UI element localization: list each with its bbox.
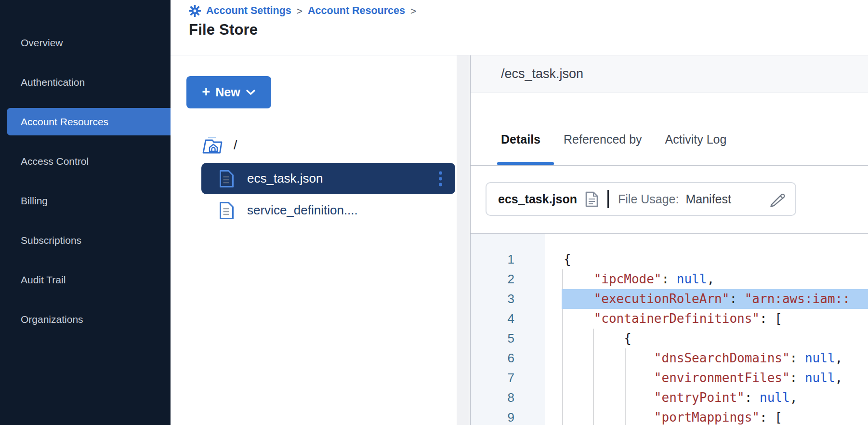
sidebar-item-subscriptions[interactable]: Subscriptions: [0, 226, 171, 254]
code-line-6: "dnsSearchDomains": null,: [545, 348, 868, 368]
tab-details[interactable]: Details: [501, 133, 540, 146]
line-number: 5: [471, 329, 545, 348]
file-usage-label: File Usage:: [618, 192, 679, 206]
line-number: 4: [471, 309, 545, 329]
file-row-ecs-task-json[interactable]: ecs_task.json: [201, 163, 455, 194]
file-row-service-definition[interactable]: service_definition....: [201, 195, 455, 226]
code-line-8: "entryPoint": null,: [545, 388, 868, 408]
sidebar-item-audit-trail[interactable]: Audit Trail: [0, 266, 171, 293]
root-folder-row[interactable]: /: [201, 134, 237, 156]
breadcrumb: Account Settings > Account Resources >: [189, 5, 416, 17]
code-line-2: "ipcMode": null,: [545, 269, 868, 289]
sidebar-item-billing[interactable]: Billing: [0, 187, 171, 214]
file-path-header: /ecs_task.json: [471, 55, 868, 93]
breadcrumb-separator: >: [410, 5, 416, 17]
code-line-4: "containerDefinitions": [: [545, 309, 868, 329]
home-folder-icon: [201, 134, 225, 156]
file-name: ecs_task.json: [247, 171, 323, 186]
code-line-9: "portMappings": [: [545, 408, 868, 425]
line-number: 2: [471, 269, 545, 289]
tabs: DetailsReferenced byActivity Log: [501, 133, 726, 146]
tab-activity-log[interactable]: Activity Log: [665, 133, 727, 146]
sidebar-nav: OverviewAuthenticationAccount ResourcesA…: [0, 0, 171, 333]
file-store-panel: + New / ecs_task.jsonservice_definition.…: [171, 55, 457, 425]
kebab-menu-icon[interactable]: [439, 171, 442, 186]
file-icon: [219, 201, 234, 220]
document-icon: [585, 191, 598, 207]
file-list: ecs_task.jsonservice_definition....: [201, 163, 455, 226]
new-button-label: New: [215, 85, 240, 99]
divider: [607, 190, 609, 208]
code-line-5: {: [545, 329, 868, 348]
file-info-name: ecs_task.json: [498, 192, 577, 206]
code-line-3: "executionRoleArn": "arn:aws:iam::: [545, 289, 868, 309]
tab-referenced-by[interactable]: Referenced by: [564, 133, 642, 146]
line-number: 1: [471, 250, 545, 269]
root-folder-label: /: [234, 138, 237, 153]
sidebar-item-access-control[interactable]: Access Control: [0, 147, 171, 175]
file-info-box: ecs_task.json File Usage: Manifest: [486, 182, 796, 216]
line-number: 6: [471, 348, 545, 368]
page-header: Account Settings > Account Resources > F…: [171, 0, 868, 55]
file-usage-value: Manifest: [685, 192, 731, 206]
sidebar-item-organizations[interactable]: Organizations: [0, 305, 171, 333]
page-title: File Store: [189, 21, 258, 39]
code-pane[interactable]: { "ipcMode": null, "executionRoleArn": "…: [545, 234, 868, 425]
sidebar-item-overview[interactable]: Overview: [0, 29, 171, 56]
chevron-down-icon: [246, 89, 256, 95]
tabs-divider: [471, 165, 868, 166]
scrollbar-track[interactable]: [457, 55, 469, 425]
app-window: OverviewAuthenticationAccount ResourcesA…: [0, 0, 868, 425]
file-name: service_definition....: [247, 203, 358, 218]
code-viewer[interactable]: 123456789 { "ipcMode": null, "executionR…: [471, 233, 868, 425]
breadcrumb-link-account-resources[interactable]: Account Resources: [308, 5, 405, 17]
gear-icon: [189, 5, 201, 17]
file-path: /ecs_task.json: [501, 66, 583, 81]
plus-icon: +: [202, 84, 210, 100]
line-number: 3: [471, 289, 545, 309]
sidebar-item-account-resources[interactable]: Account Resources: [7, 108, 171, 135]
line-number-gutter: 123456789: [471, 234, 545, 425]
code-line-1: {: [545, 250, 868, 269]
sidebar: OverviewAuthenticationAccount ResourcesA…: [0, 0, 171, 425]
breadcrumb-link-account-settings[interactable]: Account Settings: [206, 5, 291, 17]
line-number: 7: [471, 368, 545, 388]
file-details-panel: /ecs_task.json DetailsReferenced byActiv…: [471, 55, 868, 425]
code-line-7: "environmentFiles": null,: [545, 368, 868, 388]
line-number: 8: [471, 388, 545, 408]
line-number: 9: [471, 408, 545, 425]
new-button[interactable]: + New: [186, 76, 271, 108]
edit-pencil-icon[interactable]: [770, 191, 786, 207]
sidebar-item-authentication[interactable]: Authentication: [0, 68, 171, 96]
breadcrumb-separator: >: [297, 5, 302, 17]
file-icon: [219, 170, 234, 188]
